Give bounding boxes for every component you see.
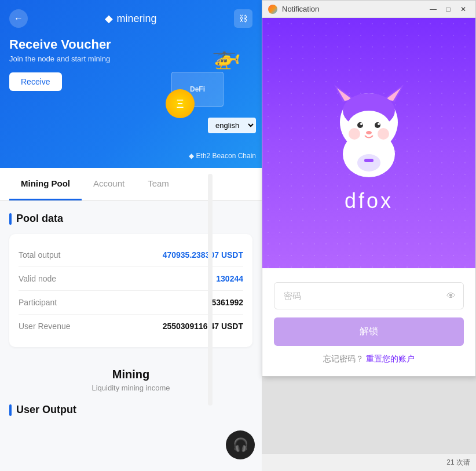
total-output-label: Total output xyxy=(19,250,60,260)
valid-node-value: 130244 xyxy=(216,274,243,283)
banner-area: ← ◆ minering ⛓ Receive Voucher Join the … xyxy=(0,0,262,168)
main-content: Pool data Total output 470935.238307 USD… xyxy=(0,201,262,471)
user-revenue-label: User Revenue xyxy=(19,322,71,331)
banner-text: Receive Voucher Join the node and start … xyxy=(9,37,160,91)
mining-title: Mining xyxy=(9,368,252,381)
banner-title: Receive Voucher xyxy=(9,37,160,52)
svg-point-15 xyxy=(349,128,360,140)
link-button[interactable]: ⛓ xyxy=(234,9,252,28)
user-revenue-value: 2550309116.47 USDT xyxy=(163,322,243,331)
password-input[interactable] xyxy=(274,282,464,309)
participant-value: 5361992 xyxy=(211,298,243,307)
drone-icon: 🚁 xyxy=(212,43,241,70)
mining-section: Mining Liquidity mining income xyxy=(9,356,252,398)
svg-point-7 xyxy=(347,111,391,145)
forgot-text: 忘记密码？ xyxy=(323,354,364,363)
tab-account[interactable]: Account xyxy=(82,168,136,200)
notification-bottom-area: 👁 解锁 忘记密码？ 重置您的账户 xyxy=(262,268,475,376)
receive-button[interactable]: Receive xyxy=(9,72,62,91)
svg-point-13 xyxy=(378,123,380,125)
banner-content: Receive Voucher Join the node and start … xyxy=(9,37,252,130)
back-button[interactable]: ← xyxy=(9,9,28,28)
password-input-wrap: 👁 xyxy=(274,282,464,309)
banner-header: ← ◆ minering ⛓ xyxy=(9,9,252,28)
section-bar-decoration xyxy=(9,213,12,225)
notification-top-area: dfox xyxy=(262,18,475,268)
window-title: Notification xyxy=(268,5,319,14)
forgot-password-area: 忘记密码？ 重置您的账户 xyxy=(274,354,464,364)
banner-subtitle: Join the node and start mining xyxy=(9,54,160,63)
maximize-button[interactable]: □ xyxy=(442,4,455,14)
unlock-button[interactable]: 解锁 xyxy=(274,317,464,346)
banner-illustration: 🚁 DeFi Ξ xyxy=(160,37,252,130)
close-button[interactable]: ✕ xyxy=(457,4,470,14)
language-selector[interactable]: english chinese korean xyxy=(208,118,256,133)
svg-point-12 xyxy=(360,123,363,125)
tabs-bar: Mining Pool Account Team xyxy=(0,168,262,201)
svg-point-11 xyxy=(375,122,380,128)
svg-point-14 xyxy=(366,131,372,134)
svg-point-17 xyxy=(357,154,380,171)
scrollbar[interactable] xyxy=(208,174,213,406)
eth-chain-label: ◆ Eth2 Beacon Chain xyxy=(189,152,256,160)
language-select[interactable]: english chinese korean xyxy=(208,118,256,133)
eye-icon[interactable]: 👁 xyxy=(446,291,456,301)
notification-window: Notification — □ ✕ xyxy=(262,0,476,377)
user-output-bar-decoration xyxy=(9,404,12,416)
eth-chain-icon: ◆ xyxy=(189,152,194,160)
support-icon: 🎧 xyxy=(233,437,248,452)
coin-icon: Ξ xyxy=(166,89,195,118)
tab-team[interactable]: Team xyxy=(136,168,181,200)
window-controls: — □ ✕ xyxy=(427,4,470,14)
brand-title: ◆ minering xyxy=(105,12,156,25)
bottom-status-bar: 21 次请 xyxy=(262,454,476,471)
count-text: 21 次请 xyxy=(446,458,470,468)
participant-label: Participant xyxy=(19,298,57,307)
minimize-button[interactable]: — xyxy=(427,4,440,14)
link-icon: ⛓ xyxy=(239,14,247,23)
support-button[interactable]: 🎧 xyxy=(226,430,255,459)
window-titlebar: Notification — □ ✕ xyxy=(262,1,475,18)
eth-icon: ◆ xyxy=(105,12,113,25)
pool-data-card: Total output 470935.238307 USDT Valid no… xyxy=(9,234,252,347)
svg-point-10 xyxy=(357,122,363,128)
mining-subtitle: Liquidity mining income xyxy=(9,384,252,392)
pool-section-title: Pool data xyxy=(9,213,252,225)
tab-mining-pool[interactable]: Mining Pool xyxy=(9,168,82,200)
fox-mascot xyxy=(323,79,415,183)
reset-account-link[interactable]: 重置您的账户 xyxy=(366,354,415,363)
total-output-value: 470935.238307 USDT xyxy=(163,250,243,260)
valid-node-label: Valid node xyxy=(19,274,56,283)
user-output-section-title: User Output xyxy=(9,404,252,416)
dfox-brand-name: dfox xyxy=(345,189,393,213)
app-icon xyxy=(268,5,277,14)
left-app-window: ← ◆ minering ⛓ Receive Voucher Join the … xyxy=(0,0,262,471)
svg-rect-18 xyxy=(364,159,374,162)
svg-point-16 xyxy=(378,128,389,140)
